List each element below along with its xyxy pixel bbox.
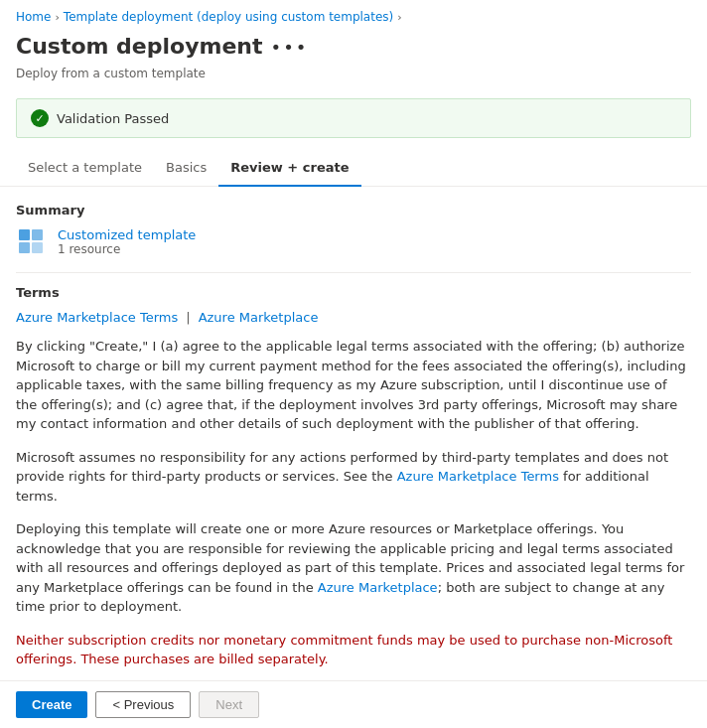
terms-links: Azure Marketplace Terms | Azure Marketpl… xyxy=(16,310,691,325)
terms-paragraph-3: Deploying this template will create one … xyxy=(16,519,691,617)
terms-paragraph-1: By clicking "Create," I (a) agree to the… xyxy=(16,337,691,434)
tab-basics[interactable]: Basics xyxy=(154,150,218,187)
terms-paragraph-2: Microsoft assumes no responsibility for … xyxy=(16,448,691,507)
svg-rect-0 xyxy=(19,229,30,240)
svg-rect-1 xyxy=(32,229,43,240)
main-content: Summary Customized template 1 resource T… xyxy=(0,187,707,699)
summary-item-count: 1 resource xyxy=(58,242,196,256)
footer: Create < Previous Next xyxy=(0,680,707,728)
azure-marketplace-terms-link[interactable]: Azure Marketplace Terms xyxy=(16,310,178,325)
page-header: Custom deployment ••• xyxy=(0,30,707,67)
summary-item: Customized template 1 resource xyxy=(16,227,691,256)
summary-section-label: Summary xyxy=(16,203,691,218)
terms-paragraph-3-link1[interactable]: Azure Marketplace xyxy=(318,580,438,595)
breadcrumb-home[interactable]: Home xyxy=(16,10,51,24)
breadcrumb-sep-2: › xyxy=(397,11,401,24)
terms-section-label: Terms xyxy=(16,285,691,300)
tabs-container: Select a template Basics Review + create xyxy=(0,150,707,187)
previous-button[interactable]: < Previous xyxy=(95,691,191,718)
terms-paragraph-2-link[interactable]: Azure Marketplace Terms xyxy=(397,469,559,484)
validation-banner: Validation Passed xyxy=(16,98,691,138)
azure-marketplace-link[interactable]: Azure Marketplace xyxy=(199,310,319,325)
more-options-icon[interactable]: ••• xyxy=(271,37,309,58)
page-title: Custom deployment xyxy=(16,34,263,59)
breadcrumb-template-deployment[interactable]: Template deployment (deploy using custom… xyxy=(64,10,393,24)
terms-paragraph-4: Neither subscription credits nor monetar… xyxy=(16,631,691,669)
validation-text: Validation Passed xyxy=(57,111,169,126)
summary-item-text: Customized template 1 resource xyxy=(58,227,196,256)
svg-rect-2 xyxy=(19,242,30,253)
tab-review-create[interactable]: Review + create xyxy=(218,150,360,187)
tab-select-template[interactable]: Select a template xyxy=(16,150,154,187)
breadcrumb-sep-1: › xyxy=(55,11,59,24)
breadcrumb: Home › Template deployment (deploy using… xyxy=(0,0,707,30)
summary-item-name[interactable]: Customized template xyxy=(58,227,196,242)
svg-rect-3 xyxy=(32,242,43,253)
validation-check-icon xyxy=(31,109,49,127)
next-button: Next xyxy=(199,691,259,718)
template-icon xyxy=(18,228,46,256)
terms-link-separator: | xyxy=(186,310,190,325)
create-button[interactable]: Create xyxy=(16,691,87,718)
divider xyxy=(16,272,691,273)
terms-section: Terms Azure Marketplace Terms | Azure Ma… xyxy=(16,285,691,669)
page-subtitle: Deploy from a custom template xyxy=(0,67,707,90)
